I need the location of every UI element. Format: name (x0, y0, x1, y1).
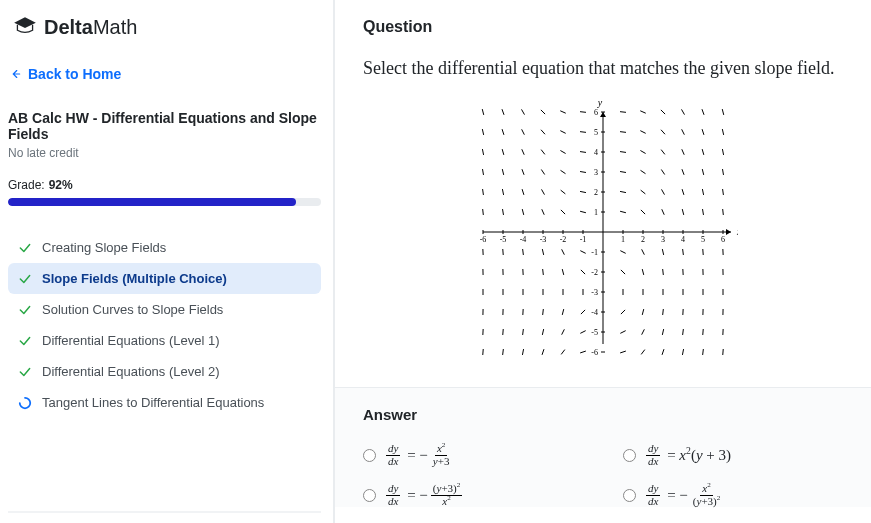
radio-C[interactable] (363, 489, 376, 502)
svg-line-109 (560, 151, 565, 154)
svg-text:y: y (597, 97, 603, 108)
radio-A[interactable] (363, 449, 376, 462)
svg-line-97 (541, 150, 545, 155)
svg-text:-4: -4 (520, 235, 527, 244)
svg-line-95 (542, 189, 545, 194)
svg-line-152 (663, 269, 664, 275)
topic-item-0[interactable]: Creating Slope Fields (8, 232, 321, 263)
choice-D[interactable]: dydx = − x2(y+3)2 (623, 483, 843, 507)
svg-line-87 (522, 109, 525, 114)
choice-A-math: dydx = − x2y+3 (386, 443, 451, 467)
radio-D[interactable] (623, 489, 636, 502)
svg-line-129 (620, 251, 625, 254)
svg-line-128 (621, 270, 625, 274)
svg-line-112 (580, 351, 586, 353)
svg-line-141 (642, 249, 645, 254)
svg-line-194 (722, 129, 723, 135)
svg-line-182 (702, 129, 704, 135)
svg-line-76 (522, 349, 523, 355)
svg-line-75 (502, 109, 504, 115)
svg-line-147 (640, 111, 645, 113)
arrow-left-icon (8, 67, 22, 81)
svg-line-102 (562, 309, 563, 315)
progress-fill (8, 198, 296, 206)
svg-line-77 (523, 329, 524, 335)
svg-line-116 (581, 270, 585, 274)
svg-line-180 (702, 169, 703, 175)
grade-row: Grade: 92% (8, 178, 321, 192)
svg-text:6: 6 (594, 108, 598, 117)
svg-line-122 (580, 132, 586, 133)
svg-text:-5: -5 (591, 328, 598, 337)
svg-line-138 (642, 309, 643, 315)
svg-text:6: 6 (721, 235, 725, 244)
svg-text:4: 4 (681, 235, 685, 244)
svg-line-167 (682, 189, 684, 195)
choice-A[interactable]: dydx = − x2y+3 (363, 443, 583, 467)
radio-B[interactable] (623, 449, 636, 462)
check-icon (18, 303, 32, 317)
svg-line-110 (560, 131, 565, 134)
progress-arc-icon (18, 396, 32, 410)
topic-label: Slope Fields (Multiple Choice) (42, 271, 227, 286)
svg-line-121 (580, 152, 586, 153)
svg-text:-2: -2 (591, 268, 598, 277)
svg-line-178 (703, 209, 704, 215)
svg-line-132 (620, 172, 626, 173)
svg-line-124 (620, 351, 626, 353)
topic-label: Differential Equations (Level 2) (42, 364, 220, 379)
svg-line-130 (620, 211, 626, 212)
svg-line-88 (542, 349, 544, 355)
svg-line-140 (642, 269, 643, 275)
topic-item-1[interactable]: Slope Fields (Multiple Choice) (8, 263, 321, 294)
svg-line-123 (580, 112, 586, 113)
svg-line-125 (620, 331, 625, 334)
svg-line-71 (502, 189, 503, 195)
svg-line-170 (682, 129, 685, 134)
svg-line-114 (581, 310, 585, 314)
svg-line-157 (661, 150, 665, 155)
svg-line-160 (682, 349, 683, 355)
svg-line-136 (641, 350, 645, 355)
svg-line-106 (561, 210, 565, 214)
answer-choices: dydx = − x2y+3 dydx = x2(y + 3) dydx (363, 443, 843, 507)
back-to-home-link[interactable]: Back to Home (8, 66, 321, 82)
svg-line-119 (580, 191, 586, 192)
svg-line-64 (503, 349, 504, 355)
check-icon (18, 272, 32, 286)
main-content: Question Select the differential equatio… (335, 0, 871, 523)
topic-list: Creating Slope FieldsSlope Fields (Multi… (8, 232, 321, 418)
svg-text:-2: -2 (560, 235, 567, 244)
svg-line-131 (620, 191, 626, 192)
check-icon (18, 365, 32, 379)
svg-text:-6: -6 (591, 348, 598, 357)
svg-line-154 (662, 209, 664, 214)
topic-item-3[interactable]: Differential Equations (Level 1) (8, 325, 321, 356)
svg-text:1: 1 (621, 235, 625, 244)
svg-line-133 (620, 152, 626, 153)
answer-header: Answer (363, 406, 843, 423)
svg-line-190 (723, 209, 724, 215)
svg-line-63 (482, 109, 483, 115)
svg-line-193 (722, 149, 723, 155)
topic-item-2[interactable]: Solution Curves to Slope Fields (8, 294, 321, 325)
svg-text:2: 2 (594, 188, 598, 197)
choice-B[interactable]: dydx = x2(y + 3) (623, 443, 843, 467)
svg-line-105 (562, 249, 565, 254)
topic-item-5[interactable]: Tangent Lines to Differential Equations (8, 387, 321, 418)
choice-D-math: dydx = − x2(y+3)2 (646, 483, 722, 507)
svg-line-60 (483, 169, 484, 175)
svg-line-168 (682, 169, 684, 175)
svg-line-99 (541, 110, 545, 114)
svg-line-144 (641, 170, 646, 173)
svg-line-148 (662, 349, 664, 355)
choice-C[interactable]: dydx = − (y+3)2x2 (363, 483, 583, 507)
topic-label: Differential Equations (Level 1) (42, 333, 220, 348)
svg-line-86 (522, 129, 525, 134)
svg-line-179 (702, 189, 703, 195)
svg-text:3: 3 (661, 235, 665, 244)
topic-label: Creating Slope Fields (42, 240, 166, 255)
topic-item-4[interactable]: Differential Equations (Level 2) (8, 356, 321, 387)
svg-line-113 (580, 331, 585, 334)
svg-line-166 (682, 209, 683, 215)
